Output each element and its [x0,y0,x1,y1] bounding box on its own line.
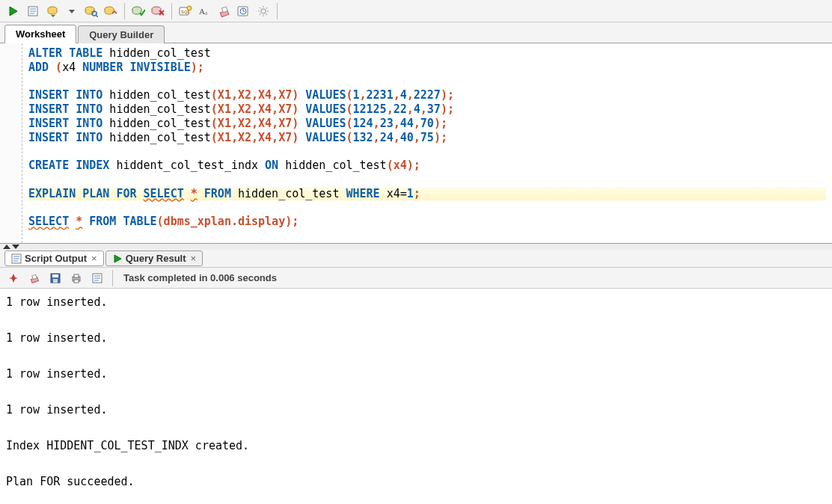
svg-marker-32 [114,255,121,262]
dropdown-icon[interactable] [63,3,81,19]
splitter-icon[interactable] [0,244,832,250]
tab-label: Script Output [25,253,87,264]
sql-tuning-icon[interactable] [102,3,120,19]
svg-rect-37 [53,279,58,283]
svg-point-27 [261,9,266,13]
tab-query-builder[interactable]: Query Builder [78,25,165,43]
editor-gutter [0,43,22,243]
svg-point-18 [187,6,192,10]
worksheet-tabbar: Worksheet Query Builder [0,22,832,43]
explain-plan-icon[interactable] [43,3,61,19]
print-icon[interactable] [67,270,85,286]
svg-marker-7 [69,10,75,13]
separator-icon [124,3,125,19]
code-content[interactable]: ALTER TABLE hidden_col_test ADD (x4 NUMB… [28,46,826,229]
close-icon[interactable]: × [91,253,97,264]
run-icon[interactable] [4,3,22,19]
separator-icon [171,3,172,19]
svg-rect-34 [32,274,37,279]
sql-editor[interactable]: ALTER TABLE hidden_col_test ADD (x4 NUMB… [0,43,832,244]
save-icon[interactable] [46,270,64,286]
run-script-icon[interactable] [24,3,42,19]
svg-marker-6 [51,15,55,17]
tab-query-result[interactable]: Query Result × [105,251,204,266]
close-icon[interactable]: × [191,253,197,264]
tab-script-output[interactable]: Script Output × [4,251,104,266]
sql-icon[interactable] [88,270,106,286]
to-upper-icon[interactable]: Aa [196,3,214,19]
unshared-sql-icon[interactable]: SQL [177,3,195,19]
separator-icon [277,3,278,19]
separator-icon [112,270,113,286]
svg-marker-0 [10,7,17,16]
svg-rect-22 [221,6,227,12]
pin-icon[interactable] [4,270,22,286]
output-tabbar: Script Output × Query Result × [0,250,832,268]
sql-history-icon[interactable] [235,3,253,19]
svg-text:A: A [199,7,205,16]
commit-icon[interactable] [129,3,147,19]
script-output-icon [11,253,22,264]
tab-worksheet[interactable]: Worksheet [4,25,76,43]
output-toolbar: Task completed in 0.006 seconds [0,268,832,289]
svg-text:a: a [205,10,208,16]
main-toolbar: SQL Aa [0,0,832,22]
svg-rect-36 [52,274,58,277]
autotrace-icon[interactable] [82,3,100,19]
svg-rect-39 [74,274,79,277]
run-icon [112,253,123,264]
status-text: Task completed in 0.006 seconds [123,272,277,283]
rollback-icon[interactable] [149,3,167,19]
svg-line-10 [96,15,98,17]
svg-rect-40 [74,280,79,283]
settings-icon[interactable] [254,3,272,19]
script-output: 1 row inserted. 1 row inserted. 1 row in… [0,289,832,504]
clear-icon[interactable] [215,3,233,19]
clear-icon[interactable] [25,270,43,286]
tab-label: Query Result [126,253,186,264]
